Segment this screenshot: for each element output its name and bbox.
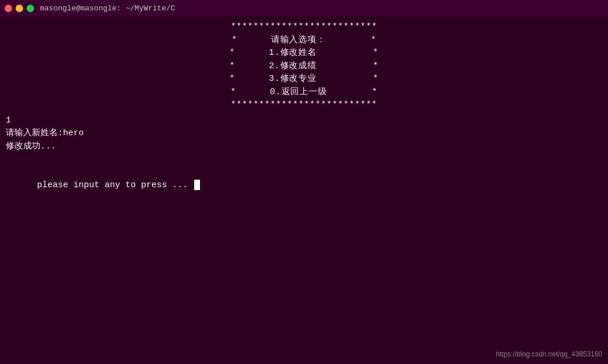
window-title: masongle@masongle: ~/MyWrite/C — [40, 4, 175, 13]
cursor — [194, 180, 200, 190]
menu-line-2: * 请输入选项： * — [6, 34, 602, 47]
minimize-button[interactable] — [16, 5, 23, 12]
success-line: 修改成功... — [6, 140, 602, 154]
prompt-name-line: 请输入新姓名:hero — [6, 127, 602, 140]
maximize-button[interactable] — [27, 5, 34, 12]
input-choice-line: 1 — [6, 114, 602, 128]
terminal-body[interactable]: ************************** * 请输入选项： * * … — [0, 16, 608, 364]
menu-line-1: ************************** — [6, 21, 602, 34]
menu-line-7: ************************** — [6, 99, 602, 112]
menu-line-5: * 3.修改专业 * — [6, 73, 602, 86]
press-prompt-text: please input any to press ... — [37, 180, 193, 190]
press-prompt-line: please input any to press ... — [6, 166, 602, 206]
menu-line-6: * 0.返回上一级 * — [6, 86, 602, 99]
menu-block: ************************** * 请输入选项： * * … — [6, 21, 602, 112]
title-bar: masongle@masongle: ~/MyWrite/C — [0, 0, 608, 16]
menu-line-4: * 2.修改成绩 * — [6, 60, 602, 73]
blank-line — [6, 153, 602, 166]
watermark: https://blog.csdn.net/qq_43853160 — [496, 349, 602, 359]
close-button[interactable] — [5, 5, 12, 12]
menu-line-3: * 1.修改姓名 * — [6, 47, 602, 60]
window-controls — [5, 5, 34, 12]
terminal-window: masongle@masongle: ~/MyWrite/C *********… — [0, 0, 608, 364]
